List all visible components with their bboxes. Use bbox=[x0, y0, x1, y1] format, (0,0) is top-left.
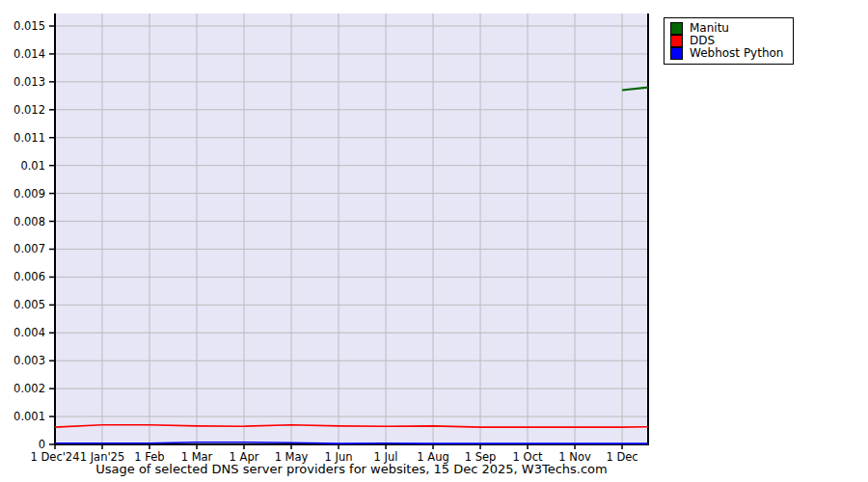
y-tick-label: 0.005 bbox=[14, 298, 45, 311]
legend-swatch-icon bbox=[670, 35, 683, 47]
chart-title: Usage of selected DNS server providers f… bbox=[55, 462, 648, 476]
y-tick-label: 0.006 bbox=[14, 270, 45, 283]
legend-label: Webhost Python bbox=[690, 47, 783, 60]
y-tick-label: 0 bbox=[39, 438, 45, 451]
line-chart: 00.0010.0020.0030.0040.0050.0060.0070.00… bbox=[0, 0, 868, 482]
legend-swatch-icon bbox=[670, 22, 683, 35]
y-tick-label: 0.008 bbox=[14, 215, 45, 228]
y-tick-label: 0.009 bbox=[14, 187, 45, 201]
y-tick-label: 0.001 bbox=[14, 410, 45, 423]
y-tick-label: 0.015 bbox=[14, 19, 45, 33]
legend-item: Manitu bbox=[670, 22, 783, 35]
y-tick-label: 0.014 bbox=[14, 47, 45, 61]
legend-swatch-icon bbox=[670, 47, 683, 60]
y-tick-label: 0.003 bbox=[14, 354, 45, 367]
y-tick-label: 0.004 bbox=[14, 326, 45, 339]
legend-item: Webhost Python bbox=[670, 47, 783, 60]
y-tick-label: 0.012 bbox=[14, 103, 45, 117]
chart-legend: ManituDDSWebhost Python bbox=[664, 17, 794, 65]
y-tick-label: 0.002 bbox=[14, 382, 45, 395]
y-tick-label: 0.007 bbox=[14, 242, 45, 255]
y-tick-label: 0.01 bbox=[20, 159, 45, 173]
y-tick-label: 0.011 bbox=[14, 131, 45, 145]
plot-area bbox=[55, 13, 648, 444]
y-tick-label: 0.013 bbox=[14, 75, 45, 89]
